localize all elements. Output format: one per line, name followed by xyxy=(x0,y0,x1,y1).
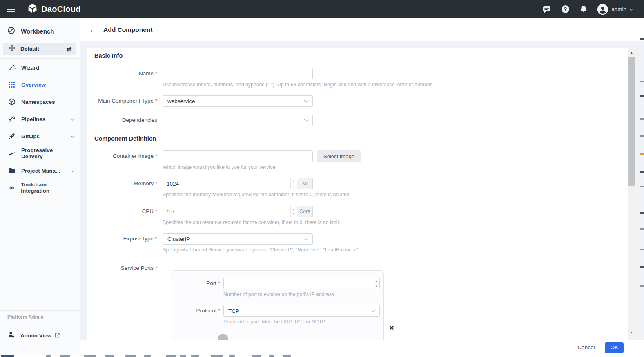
port-stepper: ▲ ▼ xyxy=(373,278,379,289)
stepper-up-icon[interactable]: ▲ xyxy=(373,278,379,283)
cutoff-fragment xyxy=(84,355,96,357)
cutoff-edge-fragment xyxy=(640,135,644,137)
user-menu[interactable]: admin xyxy=(597,4,633,15)
sidebar-item-progressive-delivery[interactable]: Progressive Delivery xyxy=(0,145,80,162)
name-field-row: Name* Use lowercase letters, numbers, an… xyxy=(94,68,628,88)
message-icon[interactable] xyxy=(542,5,551,14)
cutoff-fragment xyxy=(105,355,114,357)
chevron-down-icon xyxy=(71,168,75,172)
cancel-button[interactable]: Cancel xyxy=(577,344,595,350)
sidebar-item-namespaces[interactable]: Namespaces xyxy=(0,93,80,110)
stepper-up-icon[interactable]: ▲ xyxy=(291,178,297,184)
notification-bell-icon[interactable] xyxy=(579,5,588,14)
stepper-down-icon[interactable]: ▼ xyxy=(291,211,297,217)
sidebar-item-wizard[interactable]: Wizard xyxy=(0,59,80,76)
protocol-select[interactable]: TCP xyxy=(223,305,380,317)
memory-label: Memory xyxy=(134,180,154,186)
select-image-button[interactable]: Select Image xyxy=(317,150,361,162)
cutoff-fragment xyxy=(229,355,235,357)
add-component-form-card: Basic Info Name* Use lowercase letters, … xyxy=(87,48,628,355)
vertical-scrollbar[interactable]: ▲ ▼ xyxy=(628,48,635,336)
brand-logo[interactable]: DaoCloud xyxy=(27,3,81,15)
username-label: admin xyxy=(611,6,626,12)
dependencies-select[interactable] xyxy=(163,115,313,126)
chevron-down-icon xyxy=(371,308,375,312)
port-row: Port* ▲ ▼ Number of port to expose on th… xyxy=(171,278,383,297)
folder-icon xyxy=(8,167,16,174)
admin-view-label: Admin View xyxy=(20,332,51,339)
memory-hint: Specifies the memory resource required f… xyxy=(163,192,350,198)
service-ports-label: Service Ports xyxy=(121,265,154,271)
expose-type-hint: Specify what kind of Service you want. o… xyxy=(163,247,358,253)
port-label: Port xyxy=(206,280,216,286)
workspace-label: Default xyxy=(20,46,39,52)
cutoff-edge-fragment xyxy=(640,249,644,250)
workbench-icon xyxy=(7,27,15,36)
chevron-down-icon xyxy=(304,117,308,121)
gitops-rocket-icon xyxy=(8,132,16,140)
cpu-row: CPU* ▲ ▼ Core Specifies the cpu resource… xyxy=(94,206,628,225)
stepper-down-icon[interactable]: ▼ xyxy=(291,184,297,189)
sidebar-nav: Wizard Overview Namespaces xyxy=(0,59,80,196)
expose-type-select[interactable]: ClusterIP xyxy=(163,233,313,245)
workspace-selector-default[interactable]: Default ⇄ xyxy=(3,43,76,55)
name-label: Name xyxy=(139,70,154,76)
cutoff-fragment xyxy=(125,355,136,357)
sidebar-item-toolchain-integration[interactable]: ∞ Toolchain Integration xyxy=(0,179,80,196)
topbar-actions: ? admin xyxy=(542,4,633,15)
main-component-type-row: Main Component Type* webservice xyxy=(94,95,628,107)
back-arrow-icon[interactable]: ← xyxy=(89,26,97,34)
sidebar-item-pipelines[interactable]: Pipelines xyxy=(0,110,80,128)
sidebar-item-gitops[interactable]: GitOps xyxy=(0,128,80,145)
cpu-hint: Specifies the cpu resource required for … xyxy=(163,220,340,225)
name-hint: Use lowercase letters, numbers, and hyph… xyxy=(163,82,432,88)
remove-port-icon[interactable]: ✕ xyxy=(388,324,395,332)
cutoff-edge-fragment xyxy=(640,285,644,287)
port-input[interactable] xyxy=(223,278,380,289)
scroll-up-arrow[interactable]: ▲ xyxy=(628,49,635,56)
memory-stepper: ▲ ▼ xyxy=(290,178,297,189)
cutoff-edge-fragment xyxy=(640,228,644,230)
ok-button[interactable]: OK xyxy=(605,342,624,353)
dependencies-row: Dependencies xyxy=(94,115,628,126)
stepper-down-icon[interactable]: ▼ xyxy=(373,283,379,289)
help-icon[interactable]: ? xyxy=(561,5,570,14)
cutoff-fragment xyxy=(211,355,223,357)
sidebar-item-overview[interactable]: Overview xyxy=(0,76,80,93)
admin-user-icon xyxy=(8,331,15,340)
infinity-icon: ∞ xyxy=(8,184,15,191)
cutoff-fragment xyxy=(269,355,274,357)
cutoff-bottom-content xyxy=(0,355,644,357)
memory-unit-badge: Mi xyxy=(297,178,313,189)
cpu-input[interactable] xyxy=(163,206,297,217)
namespaces-icon xyxy=(8,98,16,106)
protocol-hint: Protocol for port. Must be UDP, TCP, or … xyxy=(223,319,380,325)
name-input[interactable] xyxy=(163,68,313,79)
page-header: ← Add Component xyxy=(80,18,644,41)
main-component-type-label: Main Component Type xyxy=(98,98,154,104)
pipelines-icon xyxy=(8,115,16,123)
sidebar-item-admin-view[interactable]: Admin View xyxy=(0,328,80,342)
cutoff-fragment xyxy=(144,355,151,357)
switch-workspace-icon[interactable]: ⇄ xyxy=(66,45,71,53)
memory-input[interactable] xyxy=(163,178,297,189)
stepper-up-icon[interactable]: ▲ xyxy=(291,206,297,211)
cutoff-edge-fragment xyxy=(640,186,644,187)
required-marker: * xyxy=(155,98,157,104)
workbench-label: Workbench xyxy=(21,28,54,35)
main-component-type-select[interactable]: webservice xyxy=(163,95,313,107)
page-title: Add Component xyxy=(103,26,153,34)
hamburger-menu-icon[interactable] xyxy=(7,7,15,12)
chevron-down-icon xyxy=(304,236,308,240)
cutoff-edge-fragment xyxy=(640,171,644,173)
cpu-stepper: ▲ ▼ xyxy=(290,206,297,217)
cutoff-fragment xyxy=(60,355,70,357)
sidebar-item-workbench[interactable]: Workbench xyxy=(0,18,80,42)
container-image-input[interactable] xyxy=(163,150,313,162)
wizard-icon xyxy=(8,64,16,71)
scroll-down-arrow[interactable]: ▼ xyxy=(628,329,635,335)
divider xyxy=(0,310,80,311)
scrollbar-thumb[interactable] xyxy=(628,57,635,186)
sidebar-item-project-management[interactable]: Project Mana... xyxy=(0,162,80,179)
cutoff-edge-fragment xyxy=(640,212,644,214)
